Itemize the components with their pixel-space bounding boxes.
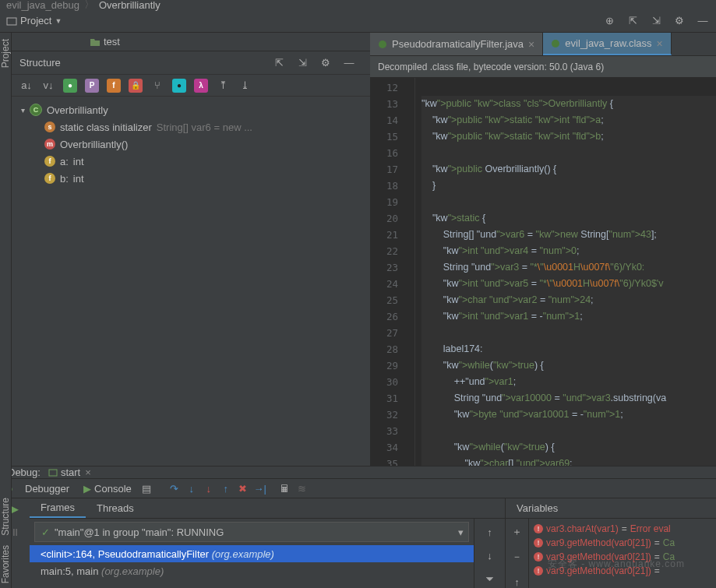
close-icon[interactable]: × [528, 38, 534, 51]
close-icon[interactable]: × [657, 37, 663, 50]
filter-p-icon[interactable]: P [85, 79, 99, 93]
structure-item-initializer[interactable]: s static class initializer String[] var6… [12, 118, 370, 136]
force-step-into-icon[interactable]: ↓ [200, 480, 217, 497]
variable-row[interactable]: !var9.getMethod(var0[21]) = Ca [529, 536, 716, 550]
next-frame-icon[interactable]: ↓ [481, 547, 499, 564]
item-name: Overbrilliantly() [60, 139, 128, 150]
filter-inherit-icon[interactable]: ⑂ [150, 79, 164, 93]
debug-config[interactable]: start × [48, 467, 91, 478]
tab-console[interactable]: ▶ Console [77, 483, 138, 495]
filter-f-icon[interactable]: f [107, 79, 121, 93]
tab-debugger[interactable]: Debugger [17, 483, 77, 495]
structure-item-constructor[interactable]: m Overbrilliantly() [12, 136, 370, 153]
thread-dropdown[interactable]: ✓ "main"@1 in group "main": RUNNING ▾ [34, 522, 469, 542]
frame-row[interactable]: <clinit>:164, PseudodramaticallyFilter (… [30, 545, 474, 562]
frames-list[interactable]: ✓ "main"@1 in group "main": RUNNING ▾ <c… [30, 519, 474, 588]
gear-icon[interactable]: ⚙ [672, 14, 686, 28]
class-name: Overbrilliantly [47, 104, 108, 116]
collapse-all-icon[interactable]: ⇲ [649, 14, 663, 28]
project-label: Project [20, 15, 51, 26]
step-out-icon[interactable]: ↑ [217, 480, 235, 497]
tab-evil-java-raw[interactable]: evil_java_raw.class × [543, 33, 671, 55]
code-content[interactable]: "kw">public "kw">class "cls">Overbrillia… [415, 78, 716, 466]
sort-alpha-icon[interactable]: a↓ [19, 79, 34, 93]
tab-label: evil_java_raw.class [565, 37, 651, 49]
check-icon: ✓ [41, 526, 50, 538]
breadcrumb-root[interactable]: evil_java_debug [6, 0, 79, 11]
item-name: static class initializer [60, 121, 152, 133]
folder-test[interactable]: test [90, 36, 120, 48]
up-icon[interactable]: ↑ [509, 573, 526, 588]
variables-title: Variables [506, 498, 716, 519]
tab-frames[interactable]: Frames [30, 498, 86, 518]
trace-icon[interactable]: ≋ [294, 480, 311, 497]
filter-anon-icon[interactable]: ● [172, 79, 186, 93]
project-dropdown[interactable]: Project ▼ [0, 15, 68, 26]
folder-icon [90, 37, 101, 47]
item-type: int [73, 156, 84, 167]
drop-frame-icon[interactable]: ✖ [235, 480, 252, 497]
expand-icon[interactable]: ⇱ [272, 56, 286, 70]
structure-tool-label[interactable]: Structure [0, 498, 11, 536]
structure-tree[interactable]: ▾ C Overbrilliantly s static class initi… [12, 97, 370, 466]
filter-lock-icon[interactable]: 🔒 [129, 79, 143, 93]
variables-list[interactable]: !var3.charAt(var1) = Error eval!var9.get… [529, 519, 716, 588]
project-tool-label[interactable]: Project [0, 39, 11, 68]
hide-icon[interactable]: — [696, 14, 710, 28]
gear-icon[interactable]: ⚙ [319, 56, 333, 70]
project-tree[interactable]: test [12, 33, 370, 51]
frame-row[interactable]: main:5, main (org.example) [30, 562, 474, 579]
project-icon [6, 16, 17, 26]
prev-frame-icon[interactable]: ↑ [481, 523, 499, 540]
filter-lambda-icon[interactable]: λ [194, 79, 208, 93]
breadcrumb: evil_java_debug 〉 Overbrilliantly [0, 0, 716, 9]
step-over-icon[interactable]: ↷ [166, 480, 183, 497]
item-name: b: [60, 173, 69, 185]
tab-threads[interactable]: Threads [86, 498, 145, 518]
chevron-down-icon[interactable]: ▾ [21, 106, 25, 114]
svg-point-1 [379, 40, 386, 48]
variable-row[interactable]: !var9.getMethod(var0[21]) = [529, 564, 716, 578]
left-gutter: Project [0, 33, 12, 466]
class-file-icon [551, 39, 560, 48]
add-watch-icon[interactable]: ＋ [509, 523, 526, 540]
tab-pseudodramatically[interactable]: PseudodramaticallyFilter.java × [370, 33, 543, 55]
editor-tabs: PseudodramaticallyFilter.java × evil_jav… [370, 33, 716, 56]
line-gutter[interactable]: 12 13 14 15 16 17 18 19 20 21 22 23 24 2… [370, 78, 404, 466]
step-into-icon[interactable]: ↓ [183, 480, 200, 497]
debug-header: Debug: start × [0, 467, 716, 479]
run-config-icon [48, 468, 58, 477]
autoscroll-from-icon[interactable]: ⤓ [238, 79, 252, 93]
remove-watch-icon[interactable]: － [509, 548, 526, 565]
variables-panel: Variables ＋ － ↑ !var3.charAt(var1) = Err… [506, 498, 716, 588]
frames-side-toolbar: ↑ ↓ ⏷ [474, 519, 505, 588]
run-to-cursor-icon[interactable]: →| [252, 480, 269, 497]
svg-rect-0 [7, 18, 16, 25]
evaluate-icon[interactable]: 🖩 [277, 480, 294, 497]
hide-icon[interactable]: — [342, 56, 356, 70]
variable-row[interactable]: !var3.charAt(var1) = Error eval [529, 522, 716, 536]
structure-class-row[interactable]: ▾ C Overbrilliantly [12, 101, 370, 118]
structure-item-field-b[interactable]: f b: int [12, 170, 370, 187]
class-icon: C [30, 104, 42, 116]
close-icon[interactable]: × [85, 467, 91, 478]
filter-icon[interactable]: ⏷ [481, 570, 499, 587]
structure-header: Structure ⇱ ⇲ ⚙ — [12, 51, 370, 75]
favorites-tool-label[interactable]: Favorites [0, 545, 11, 583]
expand-all-icon[interactable]: ⇱ [626, 14, 640, 28]
breadcrumb-current[interactable]: Overbrilliantly [99, 0, 160, 11]
autoscroll-to-icon[interactable]: ⤒ [216, 79, 230, 93]
sort-visibility-icon[interactable]: v↓ [41, 79, 55, 93]
fold-gutter[interactable] [404, 78, 415, 466]
field-icon: f [44, 156, 55, 167]
variable-row[interactable]: !var9.getMethod(var0[21]) = Ca [529, 550, 716, 564]
structure-item-field-a[interactable]: f a: int [12, 153, 370, 170]
collapse-icon[interactable]: ⇲ [295, 56, 309, 70]
item-name: a: [60, 156, 69, 167]
layout-icon[interactable]: ▤ [138, 480, 155, 497]
frame-pkg: (org.example) [101, 565, 164, 577]
locate-icon[interactable]: ⊕ [602, 14, 616, 28]
structure-toolbar: a↓ v↓ ● P f 🔒 ⑂ ● λ ⤒ ⤓ [12, 75, 370, 97]
field-icon: f [44, 173, 55, 184]
filter-public-icon[interactable]: ● [63, 79, 77, 93]
